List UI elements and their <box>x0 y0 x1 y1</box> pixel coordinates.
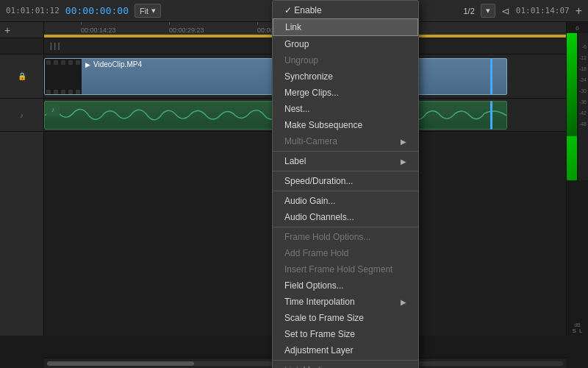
timecode-left: 01:01:01:12 <box>6 6 60 15</box>
menu-item-label-label: Label <box>284 156 306 166</box>
menu-item-label-frame_hold_options: Frame Hold Options... <box>284 232 370 242</box>
menu-item-label-insert_frame_hold: Insert Frame Hold Segment <box>284 264 392 275</box>
right-audio-meter: 0 -6 -12 -18 -24 -30 -36 -42 -48 dB S <box>566 22 588 336</box>
page-dropdown-btn[interactable]: ▾ <box>481 4 495 18</box>
menu-item-label-field_options: Field Options... <box>284 280 344 291</box>
menu-item-time_interpolation[interactable]: Time Interpolation▶ <box>273 294 418 310</box>
track-labels: + 🔒 ♪ <box>0 22 44 336</box>
menu-item-label-audio_gain: Audio Gain... <box>284 196 335 206</box>
clip-right-indicator <box>490 58 492 95</box>
separator-sep5 <box>273 360 418 361</box>
menu-item-insert_frame_hold: Insert Frame Hold Segment <box>273 261 418 277</box>
menu-item-label-merge_clips: Merge Clips... <box>284 88 339 98</box>
nav-icon-left[interactable]: ⊲ <box>501 5 510 17</box>
meter-bar-left <box>567 33 577 180</box>
scroll-thumb[interactable] <box>47 361 194 366</box>
menu-item-ungroup: Ungroup <box>273 52 418 68</box>
menu-item-speed_duration[interactable]: Speed/Duration... <box>273 173 418 189</box>
video-track-lock[interactable]: 🔒 <box>18 72 26 80</box>
ruler-tick-2: 00:00:29:23 <box>169 26 204 34</box>
menu-item-link[interactable]: Link <box>273 18 418 36</box>
film-strip-thumb <box>45 59 82 95</box>
menu-item-label-link_media: Link Media... <box>284 365 334 368</box>
menu-item-label-link: Link <box>285 22 301 32</box>
separator-sep1 <box>273 151 418 152</box>
menu-item-synchronize[interactable]: Synchronize <box>273 68 418 85</box>
menu-item-nest[interactable]: Nest... <box>273 101 418 117</box>
menu-item-label-ungroup: Ungroup <box>284 55 318 66</box>
menu-item-make_subsequence[interactable]: Make Subsequence <box>273 117 418 133</box>
meter-bars <box>567 33 588 321</box>
menu-item-label-group: Group <box>284 39 309 49</box>
menu-item-label-time_interpolation: Time Interpolation <box>284 297 355 307</box>
timecode-active[interactable]: 00:00:00:00 <box>65 5 129 16</box>
menu-item-group[interactable]: Group <box>273 36 418 52</box>
submenu-arrow-time_interpolation: ▶ <box>401 298 406 306</box>
audio-clip-icon: ♪ <box>46 103 60 116</box>
menu-item-label[interactable]: Label▶ <box>273 153 418 169</box>
add-row-icon: | | | <box>50 42 60 50</box>
separator-sep2 <box>273 171 418 171</box>
menu-item-label-audio_channels: Audio Channels... <box>284 212 354 222</box>
submenu-arrow-label: ▶ <box>401 158 406 166</box>
meter-sl-labels: S L <box>573 328 583 334</box>
menu-item-enable[interactable]: ✓ Enable <box>273 2 418 18</box>
menu-item-frame_hold_options: Frame Hold Options... <box>273 229 418 245</box>
menu-item-label-add_frame_hold: Add Frame Hold <box>284 248 348 258</box>
fit-dropdown[interactable]: Fit ▾ <box>135 4 161 18</box>
meter-db-label: dB <box>574 322 581 328</box>
separator-sep3 <box>273 191 418 191</box>
submenu-arrow-multi_camera: ▶ <box>401 138 406 146</box>
add-track-btn[interactable]: + <box>576 4 582 18</box>
menu-item-multi_camera: Multi-Camera▶ <box>273 133 418 149</box>
menu-item-label-set_to_frame: Set to Frame Size <box>284 329 355 339</box>
add-video-track[interactable]: + <box>4 24 10 36</box>
menu-item-audio_gain[interactable]: Audio Gain... <box>273 193 418 209</box>
menu-item-label-nest: Nest... <box>284 104 310 114</box>
menu-item-scale_to_frame[interactable]: Scale to Frame Size <box>273 310 418 326</box>
audio-right-indicator <box>490 101 492 130</box>
menu-item-adjustment_layer[interactable]: Adjustment Layer <box>273 342 418 358</box>
menu-item-label-scale_to_frame: Scale to Frame Size <box>284 313 364 323</box>
menu-item-label-adjustment_layer: Adjustment Layer <box>284 345 353 355</box>
meter-top-label: 0 <box>576 25 578 32</box>
menu-item-label-enable: ✓ Enable <box>284 5 322 15</box>
page-indicator: 1/2 <box>464 7 475 15</box>
clip-label: ▶ VideoClip.MP4 <box>85 60 142 68</box>
ruler-tick-1: 00:00:14:23 <box>81 26 116 34</box>
menu-item-field_options[interactable]: Field Options... <box>273 277 418 294</box>
menu-item-audio_channels[interactable]: Audio Channels... <box>273 209 418 225</box>
audio-track-icon: ♪ <box>20 111 24 119</box>
separator-sep4 <box>273 227 418 227</box>
menu-item-label-speed_duration: Speed/Duration... <box>284 176 353 186</box>
menu-item-label-synchronize: Synchronize <box>284 71 333 82</box>
menu-item-add_frame_hold: Add Frame Hold <box>273 245 418 261</box>
meter-fill-left <box>567 33 577 136</box>
menu-item-label-multi_camera: Multi-Camera <box>284 136 337 146</box>
context-menu: ✓ EnableLinkGroupUngroupSynchronizeMerge… <box>272 0 419 368</box>
menu-item-merge_clips[interactable]: Merge Clips... <box>273 85 418 101</box>
menu-item-label-make_subsequence: Make Subsequence <box>284 120 362 130</box>
timecode-right: 01:01:14:07 <box>516 6 570 15</box>
menu-item-link_media: Link Media... <box>273 362 418 368</box>
menu-item-set_to_frame[interactable]: Set to Frame Size <box>273 326 418 342</box>
